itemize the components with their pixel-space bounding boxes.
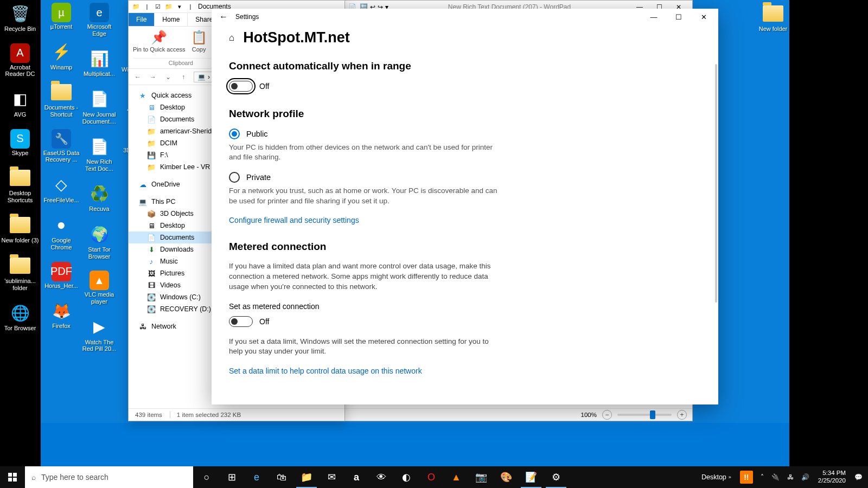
taskbar-settings[interactable]: ⚙ (544, 466, 569, 488)
desktop-icon-label: Google Chrome (42, 237, 80, 251)
metered-note: If you set a data limit, Windows will se… (229, 337, 500, 357)
desktop-icon[interactable]: 📊Multiplicat... (80, 48, 118, 78)
taskbar-clock[interactable]: 5:34 PM 2/25/2020 (814, 470, 850, 485)
desktop-icon[interactable]: New folder (3) (1, 214, 39, 244)
taskbar-mail[interactable]: ✉ (319, 466, 344, 488)
metered-toggle[interactable]: Off (229, 316, 500, 327)
taskbar-explorer[interactable]: 📁 (294, 466, 319, 488)
cortana-button[interactable]: ○ (194, 466, 219, 488)
desktop-icon[interactable]: ▲VLC media player (80, 271, 118, 305)
taskbar-opera[interactable]: O (419, 466, 444, 488)
back-button[interactable]: ← (219, 12, 235, 22)
drive-icon: 💽 (147, 305, 156, 313)
selection-info: 1 item selected 232 KB (170, 412, 241, 418)
app-icon (762, 3, 784, 24)
taskbar-wordpad[interactable]: 📝 (519, 466, 544, 488)
taskbar-edge[interactable]: e (244, 466, 269, 488)
close-button[interactable]: ✕ (691, 9, 716, 25)
desktop-icon[interactable]: SSkype (1, 129, 39, 157)
forward-button[interactable]: → (148, 73, 158, 81)
taskbar-app1[interactable]: 👁 (369, 466, 394, 488)
zoom-out-button[interactable]: − (602, 410, 612, 420)
pin-to-quick-access-button[interactable]: 📌Pin to Quick access (133, 29, 186, 53)
radio-public[interactable]: Public (229, 129, 500, 139)
action-center-button[interactable]: 💬 (851, 466, 866, 488)
taskbar-paint[interactable]: 🎨 (494, 466, 519, 488)
data-limit-link[interactable]: Set a data limit to help control data us… (229, 367, 500, 375)
app-icon: 📄 (88, 136, 110, 157)
desktop-icon[interactable]: ⚡Winamp (42, 41, 80, 71)
tray-app[interactable]: !! (737, 466, 756, 488)
app-icon (9, 255, 31, 277)
desktop-icon[interactable]: 📄New Rich Text Doc... (80, 136, 118, 172)
taskbar-app2[interactable]: ◐ (394, 466, 419, 488)
desktop-icon[interactable]: 🗑️Recycle Bin (1, 3, 39, 33)
tab-home[interactable]: Home (155, 13, 188, 26)
folder-icon: 📁 (147, 127, 156, 136)
up-button[interactable]: ↑ (178, 73, 188, 81)
taskbar-vlc[interactable]: ▲ (444, 466, 469, 488)
back-button[interactable]: ← (133, 73, 143, 81)
folder-icon: 📁 (147, 139, 156, 147)
tab-file[interactable]: File (129, 13, 155, 26)
home-icon[interactable]: ⌂ (229, 33, 234, 43)
desktop-icon[interactable]: 📄New Journal Document.... (80, 88, 118, 125)
tray-volume[interactable]: 🔊 (798, 466, 813, 488)
search-box[interactable]: ⌕ Type here to search (25, 466, 193, 488)
radio-private[interactable]: Private (229, 172, 500, 183)
desktop-icon-label: Start Tor Browser (80, 246, 118, 260)
onedrive-icon: ☁ (138, 180, 147, 189)
app-icon: ● (50, 214, 72, 236)
clock-time: 5:34 PM (818, 470, 846, 477)
desktop-icon-label: Desktop Shortcuts (1, 190, 39, 203)
desktop-icon[interactable]: ▶Watch The Red Pill 20... (80, 316, 118, 352)
scrollbar[interactable] (715, 64, 717, 303)
radio-icon (229, 129, 240, 139)
minimize-button[interactable]: — (641, 9, 666, 25)
app-icon: ♻️ (88, 183, 110, 204)
taskbar-store[interactable]: 🛍 (269, 466, 294, 488)
desktop-icon[interactable]: ◧AVG (1, 88, 39, 118)
taskbar-amazon[interactable]: a (344, 466, 369, 488)
desktop-icon[interactable]: eMicrosoft Edge (80, 3, 118, 37)
firewall-link[interactable]: Configure firewall and security settings (229, 216, 500, 224)
start-button[interactable] (0, 466, 25, 488)
desktop-icon[interactable]: ♻️Recuva (80, 183, 118, 213)
app-icon: 🔧 (52, 129, 71, 149)
zoom-in-button[interactable]: + (677, 410, 687, 420)
desktop-icon[interactable]: Documents - Shortcut (42, 81, 80, 118)
desktop-icon[interactable]: 'sublimina... folder (1, 255, 39, 291)
tray-power[interactable]: 🔌 (768, 466, 783, 488)
desktop-icon[interactable]: AAcrobat Reader DC (1, 43, 39, 78)
desktop-icon[interactable]: ●Google Chrome (42, 214, 80, 251)
app-icon: ◧ (9, 88, 31, 110)
auto-connect-toggle[interactable]: Off (229, 81, 500, 92)
metered-heading: Metered connection (229, 241, 500, 253)
recent-button[interactable]: ⌄ (163, 73, 173, 81)
desktop-icon[interactable]: New folder (754, 3, 792, 33)
desktop-icon-label: Tor Browser (4, 325, 36, 332)
desktop-icon[interactable]: 🌍Start Tor Browser (80, 223, 118, 260)
copy-button[interactable]: 📋Copy (191, 29, 207, 53)
desktop-icon[interactable]: µµTorrent (42, 3, 80, 30)
task-view-button[interactable]: ⊞ (219, 466, 244, 488)
desktop-icon[interactable]: PDFHorus_Her... (42, 262, 80, 290)
desktop-icon[interactable]: 🦊Firefox (42, 300, 80, 330)
taskbar-camera[interactable]: 📷 (469, 466, 494, 488)
tray-network[interactable]: 🖧 (784, 466, 797, 488)
pin-icon: 📌 (151, 29, 167, 46)
tray-chevron[interactable]: ˄ (757, 466, 767, 488)
zoom-slider[interactable] (617, 414, 672, 416)
desktop-toolbar[interactable]: Desktop» (697, 473, 736, 481)
desktop-icon[interactable]: ◇FreeFileVie... (42, 174, 80, 204)
app-icon: ▶ (88, 316, 110, 338)
desktop-icon-label: Recycle Bin (4, 25, 36, 33)
desktop-icon[interactable]: 🌐Tor Browser (1, 302, 39, 332)
maximize-button[interactable]: ☐ (666, 9, 691, 25)
music-icon: ♪ (147, 257, 156, 266)
settings-titlebar[interactable]: ← Settings — ☐ ✕ (212, 9, 718, 25)
app-icon: ◇ (50, 174, 72, 196)
desktop-icon-label: AVG (14, 111, 26, 118)
desktop-icon[interactable]: 🔧EaseUS Data Recovery ... (42, 129, 80, 163)
desktop-icon[interactable]: Desktop Shortcuts (1, 167, 39, 203)
